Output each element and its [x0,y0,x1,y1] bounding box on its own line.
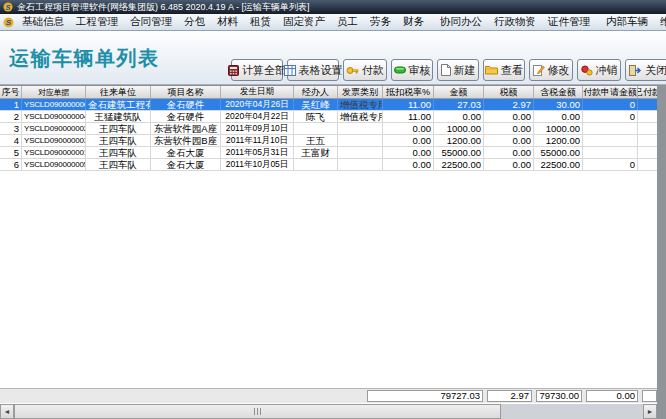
cell: 王富财 [294,147,338,158]
cell: 0.00 [484,159,534,170]
menu-item-internal-vehicle[interactable]: 内部车辆 [600,15,654,29]
column-header-date[interactable]: 发生日期 [221,86,294,98]
cell: 22500.00 [534,159,583,170]
cell: 增值税专用发票 [338,99,383,110]
toolbar: 运输车辆单列表 计算全部 表格设置 付款 审核 [0,31,666,85]
payment-button[interactable]: 付款 [343,59,387,81]
table-row[interactable]: 6 YSCLD090000005 王四车队 金石大厦 2011年10月05日 0… [0,159,657,171]
cell: 王猛建筑队 [86,111,151,122]
menu-item-material[interactable]: 材料 [211,15,244,29]
cell: 1 [0,99,22,110]
cell: 0.00 [484,111,534,122]
column-header-tax-rate[interactable]: 抵扣税率% [383,86,434,98]
view-button[interactable]: 查看 [483,59,525,81]
column-header-seq[interactable]: 序号 [0,86,22,98]
window-title: 金石工程项目管理软件(网络集团版) 6.485 2020.4.19 A - [运… [17,1,310,14]
cell: 55000.00 [534,147,583,158]
cell: 0 [583,159,638,170]
total-amount: 79727.03 [367,390,483,402]
svg-text:S: S [6,3,11,12]
cell: 2011年10月05日 [221,159,294,170]
cell: 22500.00 [434,159,484,170]
cell: 王四车队 [86,135,151,146]
cell [638,147,657,158]
cell: 王四车队 [86,147,151,158]
menu-item-fixed-assets[interactable]: 固定资产 [277,15,331,29]
scroll-left-arrow-icon[interactable]: ◄ [0,404,14,419]
close-button[interactable]: 关闭 [625,59,666,81]
menu-item-subcontract[interactable]: 分包 [178,15,211,29]
column-header-invoice-type[interactable]: 发票类别 [338,86,383,98]
table-row[interactable]: 5 YSCLD090000001 王四车队 金石大厦 2011年05月31日 王… [0,147,657,159]
button-label: 修改 [548,63,570,78]
menu-item-maintenance-mgmt[interactable]: 维保管理 [654,15,666,29]
menu-item-employee[interactable]: 员工 [331,15,364,29]
cell: 0.00 [484,147,534,158]
column-header-doc-no[interactable]: 对应单据 [22,86,86,98]
column-header-handler[interactable]: 经办人 [294,86,338,98]
column-header-amount-with-tax[interactable]: 含税金额 [534,86,583,98]
cell [638,123,657,134]
cell [338,135,383,146]
audit-button[interactable]: 审核 [391,59,433,81]
column-header-payment-request[interactable]: 付款申请金额 [583,86,638,98]
window-background-strip [657,85,666,419]
button-label: 表格设置 [299,63,343,78]
cell: 东营软件园B座 [151,135,221,146]
button-label: 关闭 [645,63,666,78]
column-header-amount[interactable]: 金额 [434,86,484,98]
cell: 0.00 [383,147,434,158]
calculator-icon [228,65,239,76]
table-row[interactable]: 2 YSCLD090000004 王猛建筑队 金石硬件 2020年04月22日 … [0,111,657,123]
page-title: 运输车辆单列表 [9,45,160,72]
cell: 1000.00 [434,123,484,134]
table-row[interactable]: 4 YSCLD090000003 王四车队 东营软件园B座 2011年11月10… [0,135,657,147]
cell [338,123,383,134]
new-button[interactable]: 新建 [437,59,479,81]
table-settings-button[interactable]: 表格设置 [287,59,339,81]
cell: 0.00 [383,123,434,134]
cell: 2020年04月22日 [221,111,294,122]
menu-item-finance[interactable]: 财务 [397,15,430,29]
menu-item-basic-info[interactable]: 基础信息 [16,15,70,29]
close-exit-icon [629,65,642,76]
cell: 4 [0,135,22,146]
table-row[interactable]: 3 YSCLD090000002 王四车队 东营软件园A座 2011年09月10… [0,123,657,135]
table-header-row: 序号 对应单据 往来单位 项目名称 发生日期 经办人 发票类别 抵扣税率% 金额… [0,86,657,99]
cell [638,135,657,146]
button-label: 付款 [362,63,384,78]
button-label: 计算全部 [242,63,286,78]
table-row-selected[interactable]: 1 YSCLD090000006 金石建筑工程有限公司 金石硬件 2020年04… [0,99,657,111]
svg-text:S: S [6,18,12,27]
cell: YSCLD090000002 [22,123,86,134]
cell: 2020年04月26日 [221,99,294,110]
cell [583,123,638,134]
cell [338,147,383,158]
modify-button[interactable]: 修改 [529,59,573,81]
cell: 王五 [294,135,338,146]
calculate-all-button[interactable]: 计算全部 [231,59,283,81]
button-label: 查看 [501,63,523,78]
column-header-paid[interactable]: 已付款 [638,86,657,98]
column-header-counterparty[interactable]: 往来单位 [86,86,151,98]
column-header-project[interactable]: 项目名称 [151,86,221,98]
column-header-tax[interactable]: 税额 [484,86,534,98]
menu-item-admin-supplies[interactable]: 行政物资 [488,15,542,29]
horizontal-scrollbar[interactable]: ◄ ► [0,404,657,419]
cell: YSCLD090000004 [22,111,86,122]
menu-item-lease[interactable]: 租赁 [244,15,277,29]
scroll-right-arrow-icon[interactable]: ► [643,404,657,419]
cell: 王四车队 [86,159,151,170]
menu-item-project-mgmt[interactable]: 工程管理 [70,15,124,29]
reverse-button[interactable]: 冲销 [577,59,621,81]
cell: 金石大厦 [151,147,221,158]
menu-item-labor[interactable]: 劳务 [364,15,397,29]
cell: 东营软件园A座 [151,123,221,134]
cell: 吴红峰 [294,99,338,110]
cell: 5 [0,147,22,158]
menu-item-collab-office[interactable]: 协同办公 [434,15,488,29]
scrollbar-thumb[interactable] [14,404,501,419]
menu-item-certificate-mgmt[interactable]: 证件管理 [542,15,596,29]
menu-item-contract-mgmt[interactable]: 合同管理 [124,15,178,29]
cell: 55000.00 [434,147,484,158]
